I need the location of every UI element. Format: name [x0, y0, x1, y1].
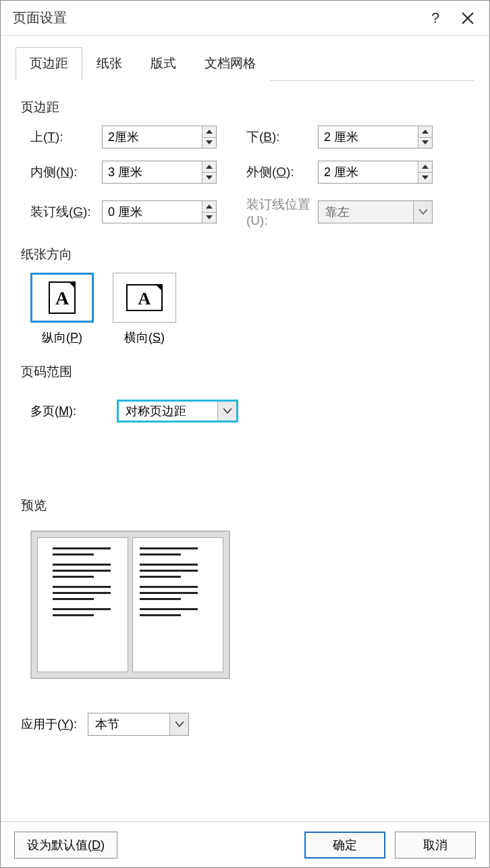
gutter-spin-buttons[interactable]: [202, 201, 216, 223]
inside-spin-buttons[interactable]: [202, 161, 216, 183]
spin-down-icon[interactable]: [418, 173, 432, 184]
outside-spin-buttons[interactable]: [418, 161, 432, 183]
top-spinner[interactable]: [102, 126, 217, 148]
apply-to-value: 本节: [88, 716, 169, 732]
bottom-spin-buttons[interactable]: [418, 126, 432, 148]
bottom-label: 下(B):: [237, 128, 318, 146]
bottom-input[interactable]: [319, 126, 418, 148]
close-icon: [461, 11, 474, 25]
multi-page-label: 多页(M):: [30, 403, 76, 419]
gutter-label: 装订线(G):: [21, 203, 102, 221]
outside-spinner[interactable]: [318, 161, 433, 184]
dialog-footer: 设为默认值(D) 确定 取消: [1, 821, 489, 867]
chevron-down-icon: [413, 201, 432, 223]
dialog-content: 页边距 纸张 版式 文档网格 页边距 上(T): 下(B):: [1, 36, 489, 821]
ok-button[interactable]: 确定: [304, 832, 385, 859]
margins-section-label: 页边距: [21, 99, 469, 116]
set-default-button[interactable]: 设为默认值(D): [14, 832, 117, 859]
spin-down-icon[interactable]: [202, 173, 216, 184]
portrait-icon: A: [30, 273, 94, 323]
gutter-pos-label: 装订线位置(U):: [237, 196, 318, 228]
page-setup-dialog: 页面设置 ? 页边距 纸张 版式 文档网格 页边距 上(T):: [0, 0, 490, 868]
multi-page-value: 对称页边距: [119, 403, 217, 419]
spin-down-icon[interactable]: [202, 213, 216, 223]
spin-up-icon[interactable]: [202, 161, 216, 173]
margins-grid: 上(T): 下(B): 内侧(N):: [21, 126, 469, 228]
orientation-group: A 纵向(P) A 横向(S): [30, 273, 469, 346]
tab-layout[interactable]: 版式: [136, 47, 190, 81]
orientation-landscape[interactable]: A 横向(S): [113, 273, 176, 346]
multi-page-dropdown[interactable]: 对称页边距: [117, 400, 238, 423]
svg-text:A: A: [138, 289, 151, 308]
top-label: 上(T):: [21, 128, 102, 146]
apply-to-dropdown[interactable]: 本节: [88, 713, 189, 736]
preview-section-label: 预览: [21, 497, 469, 514]
cancel-button[interactable]: 取消: [395, 832, 476, 859]
apply-to-label: 应用于(Y):: [21, 716, 77, 732]
gutter-spinner[interactable]: [102, 200, 217, 223]
landscape-icon: A: [113, 273, 176, 323]
bottom-spinner[interactable]: [318, 126, 433, 148]
portrait-label: 纵向(P): [42, 329, 82, 346]
gutter-pos-dropdown: 靠左: [318, 200, 433, 223]
preview-pages-icon: [30, 531, 230, 679]
tab-margins[interactable]: 页边距: [16, 47, 82, 81]
top-input[interactable]: [103, 126, 202, 148]
orientation-section-label: 纸张方向: [21, 246, 469, 263]
margins-panel: 页边距 上(T): 下(B):: [16, 81, 474, 821]
landscape-label: 横向(S): [124, 329, 165, 346]
help-button[interactable]: ?: [419, 2, 452, 34]
svg-text:A: A: [55, 288, 70, 308]
spin-down-icon[interactable]: [202, 138, 216, 148]
orientation-portrait[interactable]: A 纵向(P): [30, 273, 94, 346]
close-button[interactable]: [452, 2, 484, 34]
spin-up-icon[interactable]: [418, 161, 432, 173]
inside-input[interactable]: [103, 161, 202, 183]
tab-bar: 页边距 纸张 版式 文档网格: [16, 47, 474, 81]
chevron-down-icon[interactable]: [217, 402, 236, 421]
spin-down-icon[interactable]: [418, 138, 432, 148]
gutter-input[interactable]: [103, 201, 202, 223]
inside-spinner[interactable]: [102, 161, 217, 184]
preview-area: [21, 524, 469, 679]
gutter-pos-value: 靠左: [319, 204, 413, 220]
tab-grid[interactable]: 文档网格: [190, 47, 270, 81]
dialog-title: 页面设置: [13, 9, 419, 27]
tab-paper[interactable]: 纸张: [82, 47, 136, 81]
spin-up-icon[interactable]: [202, 201, 216, 213]
multi-page-row: 多页(M): 对称页边距: [21, 390, 469, 423]
inside-label: 内侧(N):: [21, 163, 102, 181]
apply-to-row: 应用于(Y): 本节: [21, 706, 469, 736]
page-range-section-label: 页码范围: [21, 363, 469, 381]
top-spin-buttons[interactable]: [202, 126, 216, 148]
spin-up-icon[interactable]: [202, 126, 216, 138]
chevron-down-icon[interactable]: [169, 713, 188, 735]
outside-input[interactable]: [319, 161, 418, 183]
titlebar: 页面设置 ?: [1, 1, 489, 36]
outside-label: 外侧(O):: [237, 163, 318, 181]
spin-up-icon[interactable]: [418, 126, 432, 138]
